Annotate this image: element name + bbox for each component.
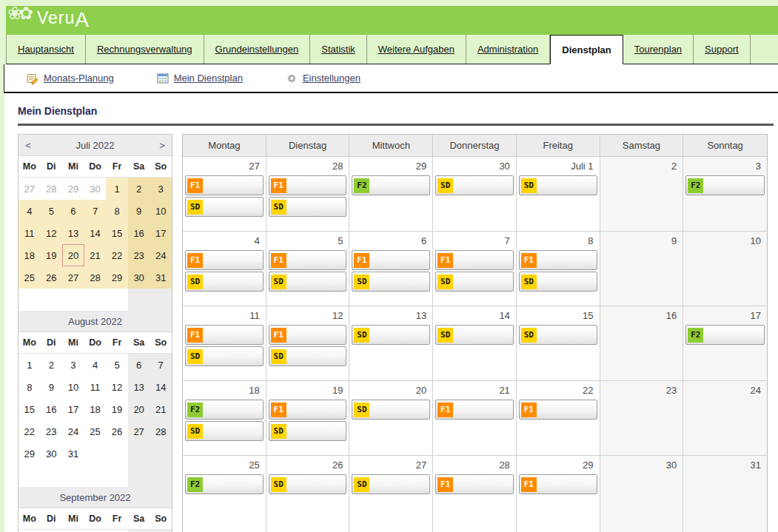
- mini-day[interactable]: 9: [128, 200, 150, 222]
- mini-day[interactable]: 28: [150, 420, 172, 442]
- shift-entry[interactable]: F1: [519, 250, 597, 270]
- shift-entry[interactable]: SD: [269, 474, 347, 494]
- shift-entry[interactable]: F2: [685, 175, 765, 195]
- mini-day[interactable]: 27: [19, 178, 41, 200]
- mini-day[interactable]: 8: [106, 200, 128, 222]
- mini-day[interactable]: 29: [106, 266, 128, 289]
- day-cell[interactable]: 27SD: [349, 456, 433, 532]
- shift-entry[interactable]: F1: [269, 175, 347, 195]
- shift-entry[interactable]: SD: [352, 474, 430, 494]
- day-cell[interactable]: 31: [683, 456, 767, 532]
- next-month-button[interactable]: >: [152, 140, 172, 151]
- day-cell[interactable]: 9: [600, 232, 684, 306]
- shift-entry[interactable]: SD: [435, 272, 514, 292]
- mini-day[interactable]: 31: [150, 266, 172, 289]
- day-cell[interactable]: 21F1: [433, 381, 517, 455]
- subnav-item-monats-planung[interactable]: Monats-Planung: [27, 73, 114, 84]
- shift-entry[interactable]: F1: [435, 474, 514, 494]
- mini-day[interactable]: 25: [84, 420, 107, 442]
- day-cell[interactable]: 15SD: [517, 306, 600, 380]
- day-cell[interactable]: 22F1: [517, 381, 600, 455]
- shift-entry[interactable]: SD: [435, 175, 514, 195]
- mini-day[interactable]: 2: [41, 354, 63, 376]
- day-cell[interactable]: 25F2: [183, 456, 266, 532]
- tab-dienstplan[interactable]: Dienstplan: [550, 35, 623, 64]
- mini-day[interactable]: 5: [106, 354, 128, 376]
- shift-entry[interactable]: F1: [269, 325, 347, 345]
- mini-day[interactable]: 18: [84, 398, 107, 420]
- shift-entry[interactable]: SD: [519, 325, 597, 345]
- mini-day[interactable]: 10: [62, 376, 84, 398]
- mini-day[interactable]: 17: [62, 398, 84, 420]
- day-cell[interactable]: 14SD: [433, 306, 517, 380]
- shift-entry[interactable]: SD: [352, 272, 430, 292]
- mini-day[interactable]: 15: [106, 222, 128, 244]
- mini-day[interactable]: 29: [19, 442, 41, 465]
- mini-day[interactable]: 31: [62, 442, 84, 465]
- mini-day[interactable]: 28: [84, 266, 107, 289]
- shift-entry[interactable]: F2: [185, 400, 264, 420]
- mini-day[interactable]: 4: [84, 354, 107, 376]
- mini-day[interactable]: 3: [150, 178, 172, 200]
- mini-day[interactable]: 26: [41, 266, 63, 289]
- day-cell[interactable]: 2: [600, 157, 684, 231]
- day-cell[interactable]: 23: [600, 381, 684, 455]
- mini-day[interactable]: 7: [150, 354, 172, 376]
- mini-day[interactable]: 1: [19, 354, 41, 376]
- mini-day[interactable]: 16: [41, 398, 63, 420]
- tab-statistik[interactable]: Statistik: [310, 35, 367, 64]
- mini-day[interactable]: 30: [128, 266, 150, 289]
- prev-month-button[interactable]: <: [19, 140, 38, 151]
- mini-day[interactable]: 19: [106, 398, 128, 420]
- day-cell[interactable]: 13SD: [349, 306, 433, 380]
- tab-tourenplan[interactable]: Tourenplan: [623, 35, 694, 64]
- day-cell[interactable]: 28F1SD: [266, 157, 350, 231]
- day-cell[interactable]: 18F2SD: [183, 381, 266, 455]
- day-cell[interactable]: 20SD: [349, 381, 433, 455]
- day-cell[interactable]: 29F1: [517, 456, 600, 532]
- mini-day[interactable]: 15: [19, 398, 41, 420]
- day-cell[interactable]: 19F1SD: [266, 381, 350, 455]
- shift-entry[interactable]: SD: [519, 272, 597, 292]
- day-cell[interactable]: 17F2: [683, 306, 767, 380]
- shift-entry[interactable]: SD: [269, 197, 347, 217]
- mini-day[interactable]: 5: [41, 200, 63, 222]
- mini-day[interactable]: 3: [62, 354, 84, 376]
- mini-day[interactable]: 14: [150, 376, 172, 398]
- shift-entry[interactable]: F1: [269, 400, 347, 420]
- mini-day[interactable]: 14: [84, 222, 107, 244]
- mini-day[interactable]: 22: [19, 420, 41, 442]
- mini-day[interactable]: 4: [19, 200, 41, 222]
- shift-entry[interactable]: F1: [519, 474, 597, 494]
- shift-entry[interactable]: SD: [269, 272, 347, 292]
- mini-day[interactable]: 11: [19, 222, 41, 244]
- day-cell[interactable]: 24: [683, 381, 767, 455]
- mini-day[interactable]: 9: [41, 376, 63, 398]
- mini-day[interactable]: 16: [128, 222, 150, 244]
- shift-entry[interactable]: F1: [185, 250, 264, 270]
- mini-day[interactable]: 24: [62, 420, 84, 442]
- mini-day[interactable]: 6: [62, 200, 84, 222]
- shift-entry[interactable]: SD: [269, 346, 347, 366]
- mini-day[interactable]: 23: [41, 420, 63, 442]
- mini-day[interactable]: 19: [41, 244, 63, 266]
- day-cell[interactable]: 6F1SD: [349, 232, 433, 306]
- mini-day[interactable]: 17: [150, 222, 172, 244]
- shift-entry[interactable]: F2: [352, 175, 430, 195]
- shift-entry[interactable]: SD: [435, 325, 514, 345]
- mini-day[interactable]: 26: [106, 420, 128, 442]
- day-cell[interactable]: 27F1SD: [183, 157, 266, 231]
- mini-day[interactable]: 10: [150, 200, 172, 222]
- day-cell[interactable]: Juli 1SD: [517, 157, 600, 231]
- shift-entry[interactable]: SD: [185, 346, 264, 366]
- mini-day[interactable]: 24: [150, 244, 172, 266]
- day-cell[interactable]: 10: [683, 232, 767, 306]
- shift-entry[interactable]: SD: [185, 197, 264, 217]
- day-cell[interactable]: 11F1SD: [183, 306, 266, 380]
- mini-day[interactable]: 11: [84, 376, 107, 398]
- shift-entry[interactable]: F1: [435, 250, 514, 270]
- mini-day[interactable]: 27: [62, 266, 84, 289]
- shift-entry[interactable]: SD: [269, 421, 347, 441]
- mini-day[interactable]: 8: [19, 376, 41, 398]
- mini-day[interactable]: 21: [84, 244, 107, 266]
